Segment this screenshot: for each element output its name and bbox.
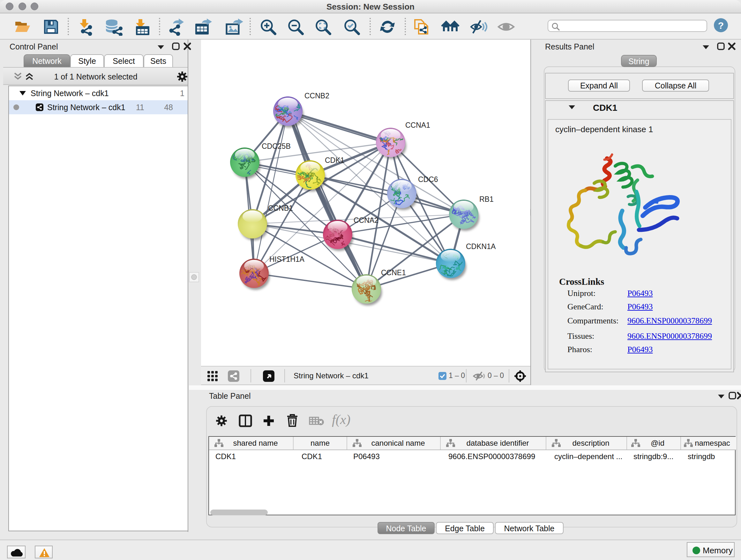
svg-text:CCNB2: CCNB2	[305, 91, 329, 100]
svg-text:CCNA1: CCNA1	[405, 121, 430, 129]
svg-text:HIST1H1A: HIST1H1A	[269, 255, 305, 263]
svg-text:CDC25B: CDC25B	[262, 142, 291, 150]
svg-text:CCNB1: CCNB1	[268, 204, 293, 212]
svg-text:CDKN1A: CDKN1A	[466, 242, 496, 251]
svg-text:CCNE1: CCNE1	[381, 268, 406, 277]
svg-text:RB1: RB1	[479, 195, 494, 203]
svg-text:CDK1: CDK1	[325, 156, 344, 165]
svg-text:?: ?	[718, 20, 724, 30]
svg-text:CDC6: CDC6	[418, 175, 438, 184]
svg-text:CCNA2: CCNA2	[354, 216, 379, 225]
